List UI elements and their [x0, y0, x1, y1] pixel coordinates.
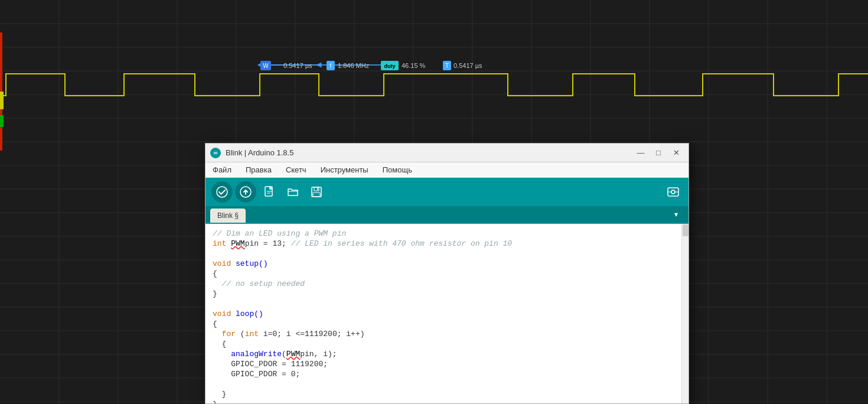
gpio-line-2: GPIOC_PDOR = 0; — [231, 370, 300, 379]
tab-bar: Blink § ▾ — [205, 206, 688, 224]
svg-point-50 — [217, 187, 227, 197]
svg-text:0.5417 µs: 0.5417 µs — [453, 62, 482, 69]
gpio-line-1: GPIOC_PDOR = 1119200; — [231, 360, 328, 369]
arduino-ide-window: ∞ Blink | Arduino 1.8.5 — □ ✕ Файл Правк… — [205, 143, 689, 404]
toolbar — [205, 178, 688, 206]
brace-open-2: { — [213, 320, 217, 328]
svg-text:1.846 MHz: 1.846 MHz — [338, 62, 370, 69]
checkmark-icon — [216, 186, 228, 198]
window-titlebar: ∞ Blink | Arduino 1.8.5 — □ ✕ — [205, 144, 688, 162]
for-loop-body: i=0; i <=1119200; i++) — [263, 330, 365, 338]
menu-tools[interactable]: Инструменты — [318, 164, 371, 175]
svg-text:duty: duty — [384, 63, 396, 69]
brace-close-2: } — [213, 400, 217, 403]
svg-text:f: f — [330, 63, 332, 69]
svg-text:0.5417 µs: 0.5417 µs — [283, 62, 312, 69]
svg-rect-33 — [0, 92, 4, 109]
upload-icon — [240, 186, 252, 198]
open-button[interactable] — [282, 181, 304, 203]
menu-sketch[interactable]: Скетч — [283, 164, 309, 175]
menu-file[interactable]: Файл — [210, 164, 234, 175]
menu-edit[interactable]: Правка — [243, 164, 274, 175]
code-content[interactable]: // Dim an LED using a PWM pin int PWMpin… — [205, 224, 688, 403]
int-keyword-for: int — [245, 330, 263, 338]
new-file-icon — [263, 185, 276, 198]
brace-open-3: { — [222, 340, 227, 348]
analogwrite-call: analogWrite — [231, 350, 282, 359]
close-button[interactable]: ✕ — [668, 147, 684, 159]
serial-monitor-icon — [667, 185, 680, 198]
for-loop-code: ( — [240, 330, 245, 338]
brace-close-3: } — [222, 390, 227, 399]
analogwrite-end: pin, i); — [300, 350, 337, 359]
serial-monitor-button[interactable] — [664, 183, 683, 201]
window-controls: — □ ✕ — [633, 147, 684, 159]
menu-bar: Файл Правка Скетч Инструменты Помощь — [205, 162, 688, 178]
save-icon — [310, 185, 323, 198]
brace-close-1: } — [213, 289, 217, 298]
tab-blink[interactable]: Blink § — [210, 208, 246, 223]
analogwrite-args: ( — [282, 350, 286, 359]
pin-declaration: pin = 13; — [245, 239, 291, 248]
setup-function: setup() — [236, 259, 268, 268]
void-keyword-setup: void — [213, 259, 236, 268]
svg-point-61 — [671, 190, 675, 194]
svg-rect-34 — [0, 115, 4, 127]
maximize-button[interactable]: □ — [651, 147, 666, 159]
scrollbar-thumb[interactable] — [683, 224, 688, 236]
new-file-button[interactable] — [259, 181, 280, 203]
save-button[interactable] — [306, 181, 327, 203]
svg-rect-58 — [313, 193, 320, 197]
void-keyword-loop: void — [213, 309, 236, 318]
comment-no-setup: // no setup needed — [222, 279, 305, 288]
keyword-int: int — [213, 239, 231, 248]
pwm-arg: PWM — [286, 350, 300, 359]
open-icon — [286, 185, 299, 198]
svg-text:W: W — [263, 63, 269, 69]
brace-open-1: { — [213, 269, 217, 278]
minimize-button[interactable]: — — [633, 147, 648, 159]
verify-button[interactable] — [211, 181, 233, 203]
titlebar-left: ∞ Blink | Arduino 1.8.5 — [210, 148, 293, 158]
tab-label: Blink § — [217, 211, 239, 220]
comment-line-2: // LED in series with 470 ohm resistor o… — [291, 239, 512, 248]
for-keyword: for — [222, 330, 240, 338]
scrollbar[interactable] — [681, 224, 688, 403]
svg-text:46.15 %: 46.15 % — [402, 62, 426, 69]
pwm-text: PWM — [231, 239, 244, 248]
svg-rect-57 — [314, 187, 319, 191]
window-title: Blink | Arduino 1.8.5 — [226, 148, 293, 157]
code-editor[interactable]: // Dim an LED using a PWM pin int PWMpin… — [205, 224, 688, 403]
tab-dropdown-button[interactable]: ▾ — [668, 208, 684, 220]
svg-text:T: T — [445, 63, 449, 69]
upload-button[interactable] — [235, 181, 256, 203]
comment-line-1: // Dim an LED using a PWM pin — [213, 229, 346, 238]
loop-function: loop() — [236, 309, 263, 318]
arduino-logo-icon: ∞ — [210, 148, 221, 158]
menu-help[interactable]: Помощь — [380, 164, 415, 175]
